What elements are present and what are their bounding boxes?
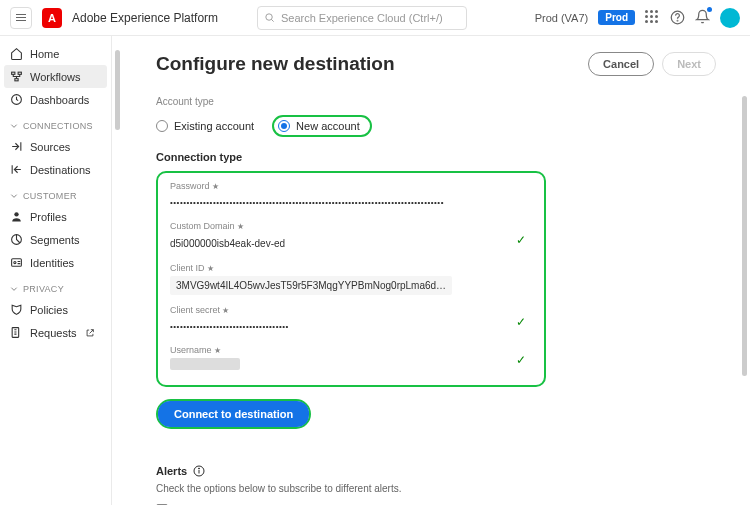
radio-existing-account[interactable]: Existing account xyxy=(156,120,254,132)
sidebar-section-label: Privacy xyxy=(23,284,64,294)
sidebar-item-identities[interactable]: Identities xyxy=(0,251,111,274)
sidebar-section-label: Customer xyxy=(23,191,77,201)
sidebar-item-segments[interactable]: Segments xyxy=(0,228,111,251)
help-icon[interactable] xyxy=(670,10,685,25)
search-icon xyxy=(264,12,275,23)
svg-rect-5 xyxy=(18,72,21,74)
connection-type-label: Connection type xyxy=(156,151,716,163)
sidebar-item-requests[interactable]: Requests xyxy=(0,321,111,344)
custom-domain-input[interactable]: d5i000000isb4eak-dev-ed xyxy=(170,234,532,253)
scrollbar-thumb[interactable] xyxy=(115,50,120,130)
svg-point-0 xyxy=(266,14,272,20)
top-bar: A Adobe Experience Platform Search Exper… xyxy=(0,0,750,36)
check-icon: ✓ xyxy=(516,353,526,367)
avatar[interactable] xyxy=(720,8,740,28)
page-title: Configure new destination xyxy=(156,53,395,75)
svg-point-11 xyxy=(14,261,16,263)
sidebar: Home Workflows Dashboards Connections So… xyxy=(0,36,112,505)
svg-rect-6 xyxy=(15,79,18,81)
sidebar-item-sources[interactable]: Sources xyxy=(0,135,111,158)
sidebar-item-label: Dashboards xyxy=(30,94,89,106)
info-icon[interactable] xyxy=(193,465,205,477)
chevron-down-icon xyxy=(10,122,18,130)
search-input[interactable]: Search Experience Cloud (Ctrl+/) xyxy=(257,6,467,30)
field-username: Username★ ✓ xyxy=(170,345,532,373)
sidebar-item-policies[interactable]: Policies xyxy=(0,298,111,321)
radio-new-account[interactable]: New account xyxy=(272,115,372,137)
sidebar-section-privacy[interactable]: Privacy xyxy=(0,274,111,298)
cancel-button[interactable]: Cancel xyxy=(588,52,654,76)
sidebar-section-connections[interactable]: Connections xyxy=(0,111,111,135)
chevron-down-icon xyxy=(10,192,18,200)
adobe-logo: A xyxy=(42,8,62,28)
sidebar-item-home[interactable]: Home xyxy=(0,42,111,65)
field-label-text: Password xyxy=(170,181,210,191)
field-label-text: Username xyxy=(170,345,212,355)
sidebar-item-label: Segments xyxy=(30,234,80,246)
account-type-label: Account type xyxy=(156,96,716,107)
svg-point-8 xyxy=(14,212,18,216)
org-name[interactable]: Prod (VA7) xyxy=(535,12,589,24)
sidebar-item-label: Sources xyxy=(30,141,70,153)
alerts-title: Alerts xyxy=(156,465,187,477)
content-area: Configure new destination Cancel Next Ac… xyxy=(112,36,750,505)
sidebar-item-label: Profiles xyxy=(30,211,67,223)
client-id-input[interactable]: 3MVG9wt4IL4O5wvJesT59r5F3MqgYYPBmNog0rpL… xyxy=(170,276,452,295)
sidebar-item-label: Destinations xyxy=(30,164,91,176)
app-title: Adobe Experience Platform xyxy=(72,11,218,25)
check-icon: ✓ xyxy=(516,315,526,329)
sidebar-section-customer[interactable]: Customer xyxy=(0,181,111,205)
radio-label: Existing account xyxy=(174,120,254,132)
sidebar-item-label: Requests xyxy=(30,327,76,339)
username-input[interactable] xyxy=(170,358,240,370)
menu-toggle-button[interactable] xyxy=(10,7,32,29)
password-input[interactable]: ••••••••••••••••••••••••••••••••••••••••… xyxy=(170,194,532,211)
field-custom-domain: Custom Domain★ d5i000000isb4eak-dev-ed ✓ xyxy=(170,221,532,253)
search-placeholder: Search Experience Cloud (Ctrl+/) xyxy=(281,12,443,24)
env-pill[interactable]: Prod xyxy=(598,10,635,25)
scrollbar-thumb-right[interactable] xyxy=(742,96,747,376)
field-label-text: Custom Domain xyxy=(170,221,235,231)
connection-form: Password★ ••••••••••••••••••••••••••••••… xyxy=(156,171,546,387)
external-link-icon xyxy=(85,328,95,338)
svg-point-3 xyxy=(677,20,678,21)
sidebar-item-destinations[interactable]: Destinations xyxy=(0,158,111,181)
apps-icon[interactable] xyxy=(645,10,660,25)
field-password: Password★ ••••••••••••••••••••••••••••••… xyxy=(170,181,532,211)
sidebar-item-label: Policies xyxy=(30,304,68,316)
sidebar-item-label: Identities xyxy=(30,257,74,269)
chevron-down-icon xyxy=(10,285,18,293)
notifications-icon[interactable] xyxy=(695,9,710,27)
alerts-section: Alerts Check the options below to subscr… xyxy=(156,465,716,505)
sidebar-item-workflows[interactable]: Workflows xyxy=(4,65,107,88)
check-icon: ✓ xyxy=(516,233,526,247)
alerts-subtitle: Check the options below to subscribe to … xyxy=(156,483,716,494)
connect-to-destination-button[interactable]: Connect to destination xyxy=(158,401,309,427)
field-client-id: Client ID★ 3MVG9wt4IL4O5wvJesT59r5F3MqgY… xyxy=(170,263,532,295)
svg-rect-4 xyxy=(12,72,15,74)
radio-label: New account xyxy=(296,120,360,132)
sidebar-item-profiles[interactable]: Profiles xyxy=(0,205,111,228)
sidebar-item-label: Home xyxy=(30,48,59,60)
next-button: Next xyxy=(662,52,716,76)
svg-line-1 xyxy=(271,19,273,21)
top-right: Prod (VA7) Prod xyxy=(535,8,740,28)
svg-point-15 xyxy=(199,468,200,469)
sidebar-item-dashboards[interactable]: Dashboards xyxy=(0,88,111,111)
sidebar-item-label: Workflows xyxy=(30,71,81,83)
field-label-text: Client secret xyxy=(170,305,220,315)
sidebar-section-label: Connections xyxy=(23,121,93,131)
client-secret-input[interactable]: •••••••••••••••••••••••••••••••••••• xyxy=(170,318,532,335)
field-client-secret: Client secret★ •••••••••••••••••••••••••… xyxy=(170,305,532,335)
field-label-text: Client ID xyxy=(170,263,205,273)
